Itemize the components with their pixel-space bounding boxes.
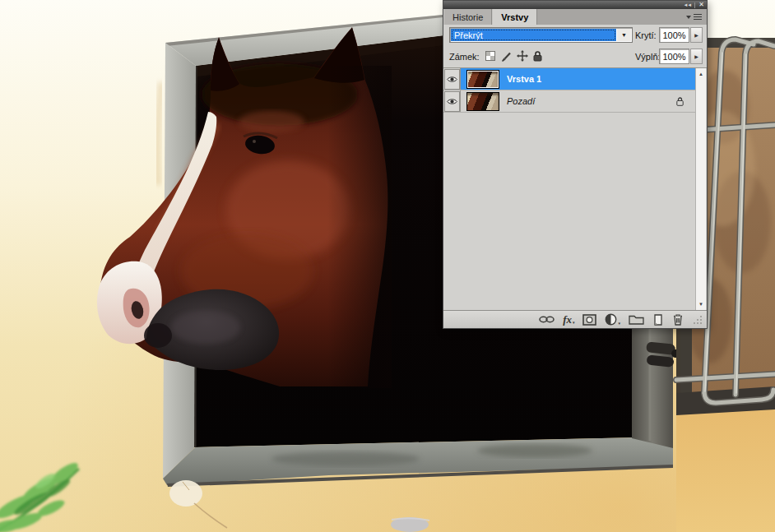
layers-panel: ◄◄ ✕ Historie Vrstvy Překrýt ▼ Krytí: 10… bbox=[443, 0, 708, 329]
lock-transparency-icon[interactable] bbox=[485, 51, 495, 61]
layer-name[interactable]: Pozadí bbox=[507, 96, 535, 106]
titlebar-divider bbox=[694, 2, 695, 8]
layers-scrollbar[interactable]: ▲ ▼ bbox=[695, 68, 706, 310]
lock-pixels-icon[interactable] bbox=[500, 51, 512, 62]
fill-label: Výplň: bbox=[635, 52, 661, 62]
link-layers-icon[interactable] bbox=[539, 316, 555, 323]
new-layer-icon[interactable] bbox=[652, 314, 664, 326]
layer-mask-icon[interactable] bbox=[582, 314, 596, 326]
flyout-arrow-icon: ▾ bbox=[618, 322, 620, 326]
resize-grip[interactable] bbox=[694, 315, 703, 324]
dropdown-arrow-icon[interactable]: ▼ bbox=[617, 29, 631, 41]
panel-menu-icon[interactable] bbox=[681, 9, 707, 25]
opacity-field[interactable]: 100% bbox=[659, 27, 689, 43]
eye-visibility-icon[interactable] bbox=[444, 69, 460, 90]
layer-name[interactable]: Vrstva 1 bbox=[507, 74, 541, 84]
menu-lines-icon bbox=[694, 14, 702, 20]
layer-thumbnail-image bbox=[467, 93, 499, 110]
lock-position-icon[interactable] bbox=[517, 50, 528, 62]
opacity-spinner-icon[interactable]: ▶ bbox=[690, 27, 703, 43]
layer-row-vrstva-1[interactable]: Vrstva 1 bbox=[443, 68, 697, 90]
lock-icon-group bbox=[485, 50, 542, 62]
visibility-cell bbox=[443, 90, 461, 112]
delete-layer-icon[interactable] bbox=[672, 313, 684, 326]
visibility-cell bbox=[443, 68, 461, 90]
layer-group-icon[interactable] bbox=[629, 314, 644, 325]
close-panel-icon[interactable]: ✕ bbox=[698, 2, 704, 8]
adjustment-layer-icon[interactable]: ▾ bbox=[605, 313, 620, 326]
scroll-up-icon[interactable]: ▲ bbox=[698, 68, 703, 80]
layer-locked-icon bbox=[676, 97, 684, 106]
fx-label: fx bbox=[563, 314, 572, 325]
photoshop-workspace: ◄◄ ✕ Historie Vrstvy Překrýt ▼ Krytí: 10… bbox=[0, 0, 775, 532]
flyout-arrow-icon: ▾ bbox=[573, 321, 575, 325]
layer-thumbnail[interactable] bbox=[466, 92, 499, 111]
layer-style-icon[interactable]: fx▾ bbox=[563, 314, 574, 325]
lock-label: Zámek: bbox=[449, 52, 480, 62]
blend-mode-value: Překrýt bbox=[451, 29, 616, 41]
fill-field[interactable]: 100% bbox=[659, 49, 689, 64]
eye-visibility-icon[interactable] bbox=[444, 91, 460, 112]
menu-arrow-icon bbox=[686, 16, 691, 19]
layer-thumbnail[interactable] bbox=[466, 70, 499, 89]
opacity-label: Krytí: bbox=[635, 30, 657, 40]
blend-mode-dropdown[interactable]: Překrýt ▼ bbox=[449, 27, 633, 43]
layer-row-pozadi[interactable]: Pozadí bbox=[443, 90, 697, 113]
fill-spinner-icon[interactable]: ▶ bbox=[690, 49, 703, 64]
panel-statusbar: fx▾ ▾ bbox=[443, 310, 707, 328]
tab-historie[interactable]: Historie bbox=[443, 9, 492, 25]
scroll-down-icon[interactable]: ▼ bbox=[698, 298, 703, 310]
tab-vrstvy[interactable]: Vrstvy bbox=[492, 9, 537, 25]
panel-titlebar[interactable]: ◄◄ ✕ bbox=[443, 1, 707, 9]
layer-controls: Překrýt ▼ Krytí: 100% ▶ Zámek: bbox=[443, 25, 707, 68]
lock-all-icon[interactable] bbox=[533, 51, 542, 62]
collapse-panel-icon[interactable]: ◄◄ bbox=[683, 2, 691, 7]
layer-thumbnail-image bbox=[468, 72, 498, 87]
panel-tab-bar: Historie Vrstvy bbox=[443, 9, 707, 25]
layer-list: Vrstva 1 Pozadí ▲ ▼ bbox=[443, 68, 707, 312]
